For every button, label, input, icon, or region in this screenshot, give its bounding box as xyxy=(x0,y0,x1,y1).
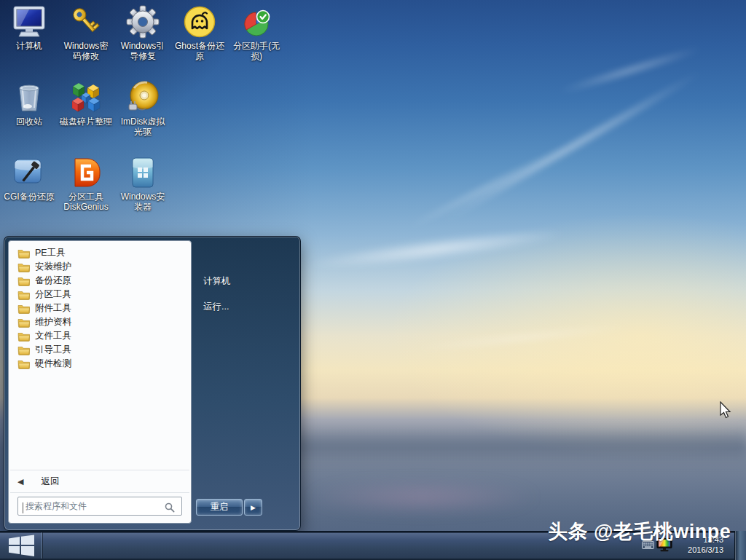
back-label: 返回 xyxy=(41,476,59,488)
menu-folder-label: 分区工具 xyxy=(35,288,71,301)
menu-folder-label: 维护资料 xyxy=(35,316,71,328)
diskgenius-icon xyxy=(68,155,103,190)
menu-folder-label: 附件工具 xyxy=(35,302,71,315)
desktop-icon-windows-installer[interactable]: Windows安 装器 xyxy=(114,155,171,212)
folder-icon xyxy=(17,290,31,300)
search-icon xyxy=(165,502,175,513)
icon-label: Ghost备份还 原 xyxy=(171,41,228,61)
menu-folder-maintenance-docs[interactable]: 维护资料 xyxy=(12,315,188,329)
keyboard-tray-icon[interactable] xyxy=(642,541,654,549)
menu-folder-label: 文件工具 xyxy=(35,330,71,342)
menu-folder-install[interactable]: 安装维护 xyxy=(12,260,188,274)
taskbar: 13:43 2016/3/13 xyxy=(0,531,746,560)
desktop-icon-computer[interactable]: 计算机 xyxy=(1,4,58,51)
restart-button[interactable]: 重启 xyxy=(196,499,243,516)
icon-label: ImDisk虚拟 光驱 xyxy=(114,117,171,137)
desktop-icon-partition-assistant[interactable]: 分区助手(无 损) xyxy=(228,4,285,61)
icon-label: 计算机 xyxy=(1,41,58,51)
tray-date: 2016/3/13 xyxy=(671,545,723,555)
desktop-icon-recycle-bin[interactable]: 回收站 xyxy=(1,80,58,127)
folder-icon xyxy=(17,304,31,314)
menu-folder-backup[interactable]: 备份还原 xyxy=(12,274,188,288)
search-row xyxy=(9,493,191,523)
menu-folder-pe-tools[interactable]: PE工具 xyxy=(12,246,188,260)
folder-icon xyxy=(17,276,31,286)
folder-icon xyxy=(17,248,31,259)
menu-folder-label: 备份还原 xyxy=(35,275,71,287)
icon-label: Windows安 装器 xyxy=(114,192,171,212)
folder-icon xyxy=(17,262,31,272)
desktop-icon-ghost-backup[interactable]: Ghost备份还 原 xyxy=(171,4,228,61)
icon-label: 分区工具 DiskGenius xyxy=(58,192,114,212)
desktop-icon-windows-password[interactable]: Windows密 码修改 xyxy=(58,4,114,61)
menu-folder-label: 硬件检测 xyxy=(35,358,71,370)
gear-icon xyxy=(125,4,160,39)
start-menu-folder-list: PE工具 安装维护 备份还原 分区工具 附件工具 维护资料 xyxy=(9,241,191,371)
ghost-icon xyxy=(182,4,217,39)
search-input[interactable] xyxy=(17,497,182,516)
desktop-icon-disk-defrag[interactable]: 磁盘碎片整理 xyxy=(58,80,114,127)
desktop-icon-boot-repair[interactable]: Windows引 导修复 xyxy=(114,4,171,61)
text-caret xyxy=(23,502,23,513)
desktop-icon-imdisk[interactable]: ImDisk虚拟 光驱 xyxy=(114,80,171,137)
cgi-hammer-icon xyxy=(12,155,47,190)
menu-spacer xyxy=(9,371,191,470)
start-button[interactable] xyxy=(6,534,36,558)
menu-folder-hardware-test[interactable]: 硬件检测 xyxy=(12,357,188,371)
menu-item-computer[interactable]: 计算机 xyxy=(203,275,231,288)
start-menu-left-panel: PE工具 安装维护 备份还原 分区工具 附件工具 维护资料 xyxy=(8,240,192,524)
restart-options-arrow-button[interactable]: ▶ xyxy=(244,499,262,516)
folder-icon xyxy=(17,345,31,355)
show-desktop-button[interactable] xyxy=(734,531,746,560)
menu-folder-boot-tools[interactable]: 引导工具 xyxy=(12,343,188,357)
computer-icon xyxy=(12,4,47,39)
icon-label: CGI备份还原 xyxy=(1,192,58,202)
windows-installer-icon xyxy=(125,155,160,190)
key-icon xyxy=(68,4,103,39)
menu-folder-file-tools[interactable]: 文件工具 xyxy=(12,329,188,343)
partition-pie-icon xyxy=(239,4,274,39)
menu-folder-label: PE工具 xyxy=(35,247,66,259)
display-settings-tray-icon[interactable] xyxy=(656,538,672,553)
folder-icon xyxy=(17,318,31,328)
menu-folder-accessories[interactable]: 附件工具 xyxy=(12,301,188,315)
folder-icon xyxy=(17,359,31,369)
taskbar-separator xyxy=(42,532,42,559)
icon-label: 磁盘碎片整理 xyxy=(58,117,114,127)
back-arrow-icon: ◀ xyxy=(17,477,23,486)
tray-time: 13:43 xyxy=(671,535,723,545)
cd-icon xyxy=(125,80,160,115)
horizon-clouds xyxy=(284,425,746,463)
icon-label: 分区助手(无 损) xyxy=(228,41,285,61)
icon-label: 回收站 xyxy=(1,117,58,127)
menu-folder-partition[interactable]: 分区工具 xyxy=(12,288,188,301)
menu-item-run[interactable]: 运行... xyxy=(203,301,229,313)
folder-icon xyxy=(17,331,31,342)
menu-folder-label: 引导工具 xyxy=(35,344,71,356)
taskbar-clock[interactable]: 13:43 2016/3/13 xyxy=(671,535,723,555)
icon-label: Windows密 码修改 xyxy=(58,41,114,61)
menu-back-button[interactable]: ◀ 返回 xyxy=(9,470,191,492)
sea-tint xyxy=(306,481,539,513)
desktop-icon-diskgenius[interactable]: 分区工具 DiskGenius xyxy=(58,155,114,212)
menu-folder-label: 安装维护 xyxy=(35,261,71,273)
windows-logo-icon xyxy=(8,535,35,557)
start-menu: PE工具 安装维护 备份还原 分区工具 附件工具 维护资料 xyxy=(4,236,301,531)
recycle-bin-icon xyxy=(12,80,47,115)
desktop-icon-cgi-backup[interactable]: CGI备份还原 xyxy=(1,155,58,202)
icon-label: Windows引 导修复 xyxy=(114,41,171,61)
defrag-cubes-icon xyxy=(68,80,103,115)
